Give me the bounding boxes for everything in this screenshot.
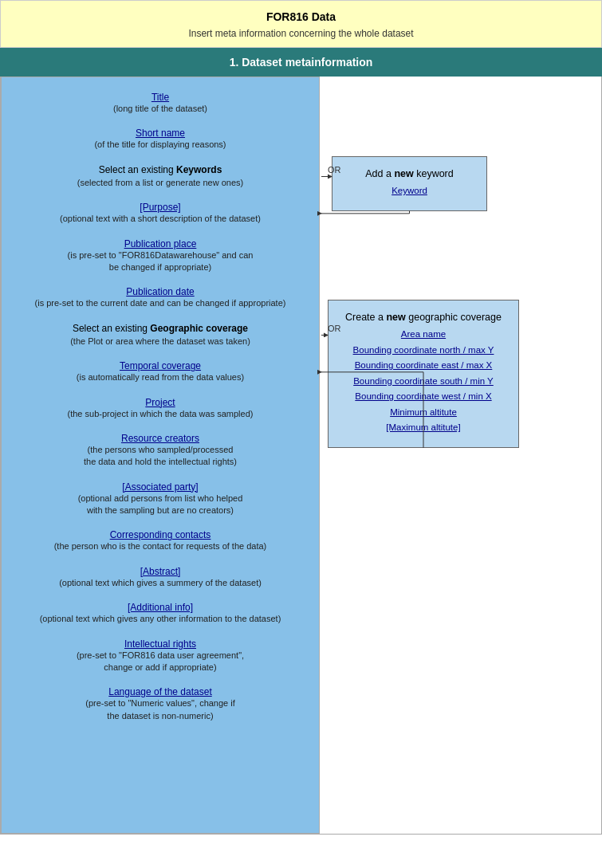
field-desc-geographic-coverage: (the Plot or area where the dataset was … [14, 336, 307, 348]
field-publication-place: Publication place(is pre-set to "FOR816D… [14, 238, 307, 274]
field-label-intellectual-rights[interactable]: Intellectual rights [14, 638, 307, 650]
field-label-temporal-coverage[interactable]: Temporal coverage [14, 360, 307, 371]
field-desc-keywords: (selected from a list or generate new on… [14, 177, 307, 189]
field-label-keywords: Select an existing Keywords [14, 164, 307, 175]
content-area: Title(long title of the dataset)Short na… [0, 77, 602, 835]
field-label-language[interactable]: Language of the dataset [14, 686, 307, 697]
field-desc-title: (long title of the dataset) [14, 103, 307, 115]
geo-link-item[interactable]: Bounding coordinate north / max Y [341, 343, 506, 359]
field-label-purpose[interactable]: [Purpose] [14, 202, 307, 213]
section-header: 1. Dataset metainformation [0, 48, 602, 77]
field-keywords: Select an existing Keywords(selected fro… [14, 164, 307, 189]
geo-coverage-box: Create a new geographic coverage Area na… [328, 300, 519, 448]
geo-box-title: Create a new geographic coverage [341, 312, 506, 323]
field-associated-party: [Associated party](optional add persons … [14, 481, 307, 517]
field-desc-intellectual-rights: (pre-set to "FOR816 data user agreement"… [14, 650, 307, 674]
field-publication-date: Publication date(is pre-set to the curre… [14, 286, 307, 309]
field-desc-temporal-coverage: (is automatically read from the data val… [14, 371, 307, 383]
field-purpose: [Purpose](optional text with a short des… [14, 202, 307, 225]
geo-link-item[interactable]: [Maximum altitute] [341, 420, 506, 436]
geo-link-item[interactable]: Bounding coordinate west / min X [341, 389, 506, 405]
field-corresponding-contacts: Corresponding contacts(the person who is… [14, 529, 307, 552]
field-language: Language of the dataset(pre-set to "Nume… [14, 686, 307, 722]
field-desc-project: (the sub-project in which the data was s… [14, 408, 307, 420]
page-subtitle: Insert meta information concerning the w… [17, 28, 585, 39]
field-additional-info: [Additional info](optional text which gi… [14, 602, 307, 625]
geo-link-item[interactable]: Area name [341, 327, 506, 343]
field-desc-publication-date: (is pre-set to the current date and can … [14, 297, 307, 309]
field-label-publication-place[interactable]: Publication place [14, 238, 307, 249]
field-short-name: Short name(of the title for displaying r… [14, 128, 307, 151]
header-section: FOR816 Data Insert meta information conc… [0, 0, 602, 48]
field-label-project[interactable]: Project [14, 397, 307, 408]
right-boxes: Add a new keyword Keyword Create a new g… [320, 77, 601, 834]
page-title: FOR816 Data [17, 10, 585, 23]
field-label-title[interactable]: Title [14, 92, 307, 103]
field-desc-language: (pre-set to "Numeric values", change if … [14, 697, 307, 722]
field-geographic-coverage: Select an existing Geographic coverage(t… [14, 323, 307, 348]
field-title: Title(long title of the dataset) [14, 92, 307, 115]
field-project: Project(the sub-project in which the dat… [14, 397, 307, 420]
field-desc-purpose: (optional text with a short description … [14, 213, 307, 225]
field-label-resource-creators[interactable]: Resource creators [14, 433, 307, 444]
field-desc-abstract: (optional text which gives a summery of … [14, 577, 307, 589]
field-label-short-name[interactable]: Short name [14, 128, 307, 139]
field-label-abstract[interactable]: [Abstract] [14, 566, 307, 577]
field-label-geographic-coverage: Select an existing Geographic coverage [14, 323, 307, 334]
keyword-box: Add a new keyword Keyword [332, 156, 487, 211]
left-column: Title(long title of the dataset)Short na… [1, 77, 320, 834]
field-label-publication-date[interactable]: Publication date [14, 286, 307, 297]
field-abstract: [Abstract](optional text which gives a s… [14, 566, 307, 589]
field-intellectual-rights: Intellectual rights(pre-set to "FOR816 d… [14, 638, 307, 674]
field-desc-additional-info: (optional text which gives any other inf… [14, 613, 307, 625]
field-desc-publication-place: (is pre-set to "FOR816Datawarehouse" and… [14, 249, 307, 274]
field-label-associated-party[interactable]: [Associated party] [14, 481, 307, 493]
field-desc-associated-party: (optional add persons from list who help… [14, 493, 307, 517]
keyword-box-title: Add a new keyword [345, 168, 474, 179]
geo-link-item[interactable]: Bounding coordinate east / max X [341, 358, 506, 374]
field-label-corresponding-contacts[interactable]: Corresponding contacts [14, 529, 307, 540]
field-temporal-coverage: Temporal coverage(is automatically read … [14, 360, 307, 383]
field-desc-resource-creators: (the persons who sampled/processed the d… [14, 444, 307, 469]
page-wrapper: FOR816 Data Insert meta information conc… [0, 0, 602, 835]
field-label-additional-info[interactable]: [Additional info] [14, 602, 307, 613]
geo-link-item[interactable]: Minimum altitute [341, 405, 506, 421]
keyword-link[interactable]: Keyword [345, 183, 474, 199]
geo-link-item[interactable]: Bounding coordinate south / min Y [341, 374, 506, 390]
field-desc-short-name: (of the title for displaying reasons) [14, 139, 307, 151]
geo-links: Area nameBounding coordinate north / max… [341, 327, 506, 436]
field-desc-corresponding-contacts: (the person who is the contact for reque… [14, 540, 307, 552]
field-resource-creators: Resource creators(the persons who sample… [14, 433, 307, 469]
